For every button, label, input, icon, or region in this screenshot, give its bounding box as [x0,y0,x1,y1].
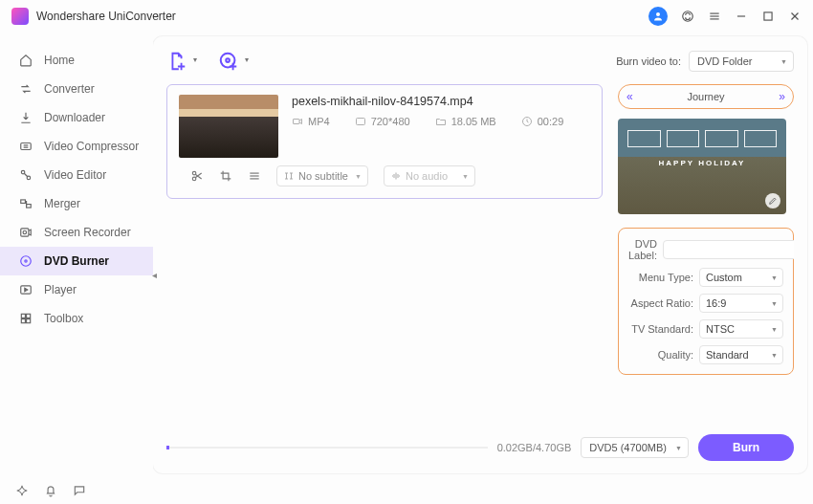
sidebar-item-recorder[interactable]: Screen Recorder [0,218,153,247]
sidebar-item-converter[interactable]: Converter [0,75,153,103]
video-card: pexels-mikhail-nilov-8419574.mp4 MP4 720… [166,84,603,199]
camera-icon [292,116,303,127]
quality-select[interactable]: Standard▼ [699,345,783,364]
minimize-icon[interactable] [735,10,748,23]
prev-template-icon[interactable]: « [626,90,633,103]
meta-format: MP4 [292,116,330,127]
template-name: Journey [687,91,724,102]
subtitle-select[interactable]: No subtitle ▼ [276,165,368,186]
chevron-down-icon: ▼ [462,173,469,180]
disc-type-select[interactable]: DVD5 (4700MB) ▼ [581,437,689,458]
aspect-ratio-select[interactable]: 16:9▼ [699,294,783,313]
chevron-down-icon: ▼ [771,300,778,307]
sidebar-item-label: Home [44,54,75,67]
menu-type-select[interactable]: Custom▼ [699,268,783,287]
sidebar-item-downloader[interactable]: Downloader [0,103,153,132]
sidebar-item-player[interactable]: Player [0,275,153,304]
svg-rect-12 [21,200,26,204]
svg-rect-20 [27,314,31,318]
chevron-down-icon: ▼ [771,326,778,333]
audio-icon [390,170,402,182]
editor-icon [19,168,33,182]
home-icon [19,54,33,67]
theme-icon[interactable] [15,484,29,497]
svg-point-15 [23,230,27,234]
video-column: pexels-mikhail-nilov-8419574.mp4 MP4 720… [166,84,603,431]
merger-icon [19,197,33,210]
video-thumbnail[interactable] [179,95,278,158]
audio-select[interactable]: No audio ▼ [384,165,475,186]
statusbar [0,477,813,504]
svg-rect-26 [356,119,364,125]
size-progress [166,447,488,449]
subtitle-icon [283,170,295,182]
sidebar-item-label: Merger [44,197,80,210]
add-file-button[interactable]: ▾ [166,51,187,72]
meta-resolution: 720*480 [355,116,410,127]
size-progress-fill [166,446,169,449]
sidebar-item-label: Downloader [44,111,105,124]
sidebar-item-toolbox[interactable]: Toolbox [0,304,153,333]
sidebar-item-dvdburner[interactable]: DVD Burner [0,247,153,275]
chevron-down-icon: ▼ [771,274,778,281]
template-preview[interactable]: HAPPY HOLIDAY [618,119,786,214]
sidebar-item-label: Toolbox [44,312,83,325]
meta-duration: 00:29 [521,116,564,127]
sidebar-item-label: Video Editor [44,168,106,182]
notifications-icon[interactable] [44,484,57,497]
menu-type-label: Menu Type: [628,272,699,283]
sidebar-collapse-icon[interactable]: ◂ [152,270,157,280]
feedback-icon[interactable] [73,484,86,497]
tv-standard-select[interactable]: NTSC▼ [699,319,783,339]
toolbar: ▾ ▾ Burn video to: DVD Folder ▼ [166,44,794,78]
main-panel: ▾ ▾ Burn video to: DVD Folder ▼ [153,36,807,473]
burn-to-value: DVD Folder [697,55,752,67]
svg-rect-14 [21,229,29,236]
converter-icon [19,82,33,96]
aspect-ratio-label: Aspect Ratio: [628,297,699,309]
compressor-icon [19,140,33,153]
user-avatar-icon[interactable] [648,7,668,26]
sidebar-item-merger[interactable]: Merger [0,189,153,218]
burn-to-select[interactable]: DVD Folder ▼ [689,51,794,72]
close-icon[interactable] [788,10,802,23]
video-meta: pexels-mikhail-nilov-8419574.mp4 MP4 720… [292,95,590,158]
svg-rect-25 [294,120,300,124]
chevron-down-icon: ▾ [245,55,249,64]
next-template-icon[interactable]: » [779,90,785,103]
svg-rect-22 [27,319,31,323]
support-icon[interactable] [681,10,694,23]
sidebar-item-compressor[interactable]: Video Compressor [0,132,153,161]
menu-icon[interactable] [708,10,721,23]
app-window: Wondershare UniConverter Home Converter [0,0,813,504]
right-column: « Journey » HAPPY HOLIDAY [618,84,794,431]
sidebar-item-label: Video Compressor [44,140,139,153]
preview-title: HAPPY HOLIDAY [618,159,786,167]
dvd-label-label: DVD Label: [628,238,663,261]
downloader-icon [19,111,33,124]
sidebar-item-label: Screen Recorder [44,226,131,239]
folder-icon [435,116,447,127]
trim-icon[interactable] [190,169,204,183]
size-text: 0.02GB/4.70GB [497,442,572,453]
sidebar-item-label: Player [44,283,77,296]
chevron-down-icon: ▼ [771,352,778,359]
maximize-icon[interactable] [761,10,775,23]
svg-point-0 [656,12,660,16]
tv-standard-label: TV Standard: [628,323,699,335]
svg-rect-21 [21,319,25,323]
app-title: Wondershare UniConverter [36,10,648,23]
quality-label: Quality: [628,349,699,361]
dvd-label-input[interactable] [663,240,794,259]
toolbox-icon [19,312,33,325]
clock-icon [521,116,533,127]
sidebar-item-editor[interactable]: Video Editor [0,161,153,189]
svg-rect-9 [21,143,32,150]
sidebar-item-label: DVD Burner [44,254,109,268]
sidebar-item-home[interactable]: Home [0,46,153,75]
crop-icon[interactable] [219,169,232,183]
effects-icon[interactable] [248,169,261,183]
edit-template-icon[interactable] [765,193,780,208]
load-disc-button[interactable]: ▾ [218,51,239,72]
burn-button[interactable]: Burn [698,434,794,461]
